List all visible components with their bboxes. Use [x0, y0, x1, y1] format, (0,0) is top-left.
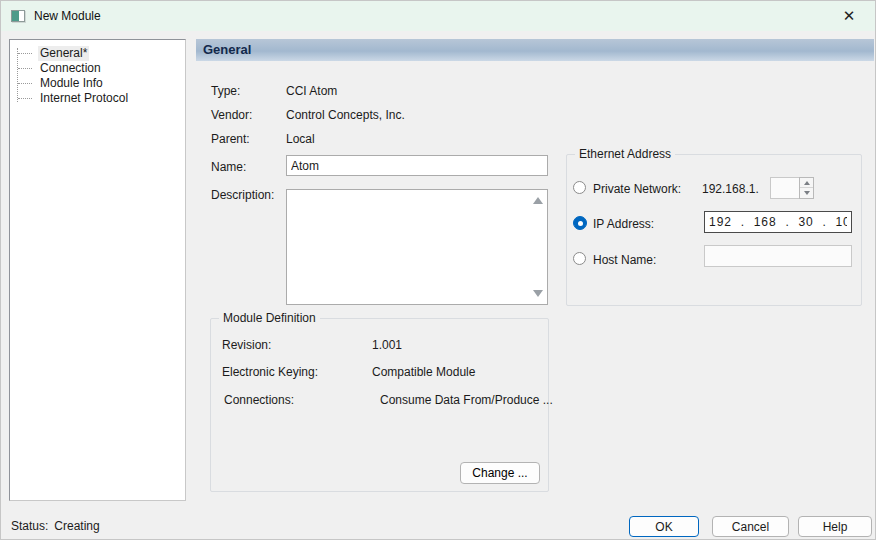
electronic-keying-label: Electronic Keying: — [222, 365, 318, 379]
vendor-label: Vendor: — [211, 108, 252, 122]
cancel-button[interactable]: Cancel — [712, 516, 789, 537]
spinner-up-icon[interactable] — [800, 178, 813, 188]
private-network-spinner[interactable] — [799, 177, 814, 199]
description-label: Description: — [211, 188, 274, 202]
new-module-dialog: New Module ✕ General* Connection Module … — [0, 0, 876, 540]
title-bar: New Module ✕ — [1, 1, 876, 31]
type-label: Type: — [211, 84, 240, 98]
host-name-input[interactable] — [704, 245, 852, 267]
tree-item-label: Internet Protocol — [38, 91, 130, 106]
tree-item-internet-protocol[interactable]: Internet Protocol — [10, 91, 185, 106]
category-tree: General* Connection Module Info Internet… — [9, 39, 186, 501]
revision-label: Revision: — [222, 338, 271, 352]
section-header: General — [196, 39, 874, 61]
private-network-prefix: 192.168.1. — [702, 182, 759, 196]
description-text — [289, 192, 529, 302]
scroll-up-icon[interactable] — [533, 197, 543, 204]
ip-address-input[interactable] — [704, 211, 852, 233]
vendor-value: Control Concepts, Inc. — [286, 108, 405, 122]
ethernet-address-group-title: Ethernet Address — [575, 147, 675, 161]
help-button[interactable]: Help — [798, 516, 872, 537]
private-network-input[interactable] — [770, 177, 800, 199]
window-title: New Module — [34, 9, 101, 23]
tree-item-label: Module Info — [38, 76, 105, 91]
tree-item-label: General* — [38, 46, 89, 61]
tree-item-general[interactable]: General* — [10, 46, 185, 61]
tree-item-module-info[interactable]: Module Info — [10, 76, 185, 91]
type-value: CCI Atom — [286, 84, 337, 98]
revision-value: 1.001 — [372, 338, 402, 352]
spinner-down-icon[interactable] — [800, 188, 813, 198]
change-button[interactable]: Change ... — [460, 462, 540, 484]
electronic-keying-value: Compatible Module — [372, 365, 475, 379]
host-name-label: Host Name: — [593, 253, 656, 267]
host-name-radio[interactable] — [573, 252, 586, 265]
tree-item-connection[interactable]: Connection — [10, 61, 185, 76]
description-input[interactable] — [286, 189, 548, 305]
private-network-label: Private Network: — [593, 182, 681, 196]
scroll-down-icon[interactable] — [533, 290, 543, 297]
status-label: Status: — [11, 519, 48, 533]
name-label: Name: — [211, 160, 246, 174]
tree-item-label: Connection — [38, 61, 103, 76]
status-bar: Status:Creating — [11, 519, 100, 533]
ok-button[interactable]: OK — [629, 516, 699, 537]
private-network-radio[interactable] — [573, 181, 586, 194]
ethernet-address-group: Ethernet Address Private Network: 192.16… — [566, 154, 862, 306]
name-input[interactable] — [286, 155, 548, 176]
close-icon[interactable]: ✕ — [839, 6, 859, 26]
module-definition-group-title: Module Definition — [219, 311, 320, 325]
status-value: Creating — [54, 519, 99, 533]
connections-value: Consume Data From/Produce ... — [380, 393, 553, 407]
ip-address-label: IP Address: — [593, 217, 654, 231]
parent-value: Local — [286, 132, 315, 146]
module-definition-group: Module Definition Revision: 1.001 Electr… — [210, 318, 549, 492]
connections-label: Connections: — [224, 393, 294, 407]
module-icon — [11, 10, 25, 22]
parent-label: Parent: — [211, 132, 250, 146]
ip-address-radio[interactable] — [573, 216, 587, 230]
